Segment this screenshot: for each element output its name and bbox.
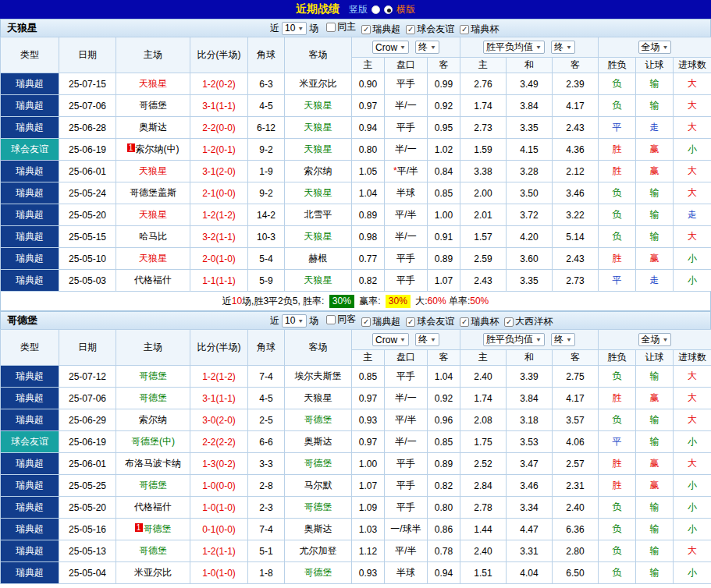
bookmaker-select[interactable]: Crow▼ [372,41,409,54]
filter-option[interactable]: ✓瑞典超 [361,315,400,328]
away-team-cell[interactable]: 米亚尔比 [285,73,352,95]
home-team-cell[interactable]: 米亚尔比 [116,562,190,584]
away-team-name[interactable]: 天狼星 [304,143,332,154]
horizontal-layout-radio[interactable] [384,5,393,14]
home-team-cell[interactable]: 哥德堡 [116,475,190,497]
home-team-name[interactable]: 代格福什 [134,501,172,512]
checkbox-checked-icon[interactable]: ✓ [406,25,415,34]
filter-option[interactable]: ✓球会友谊 [406,23,454,36]
checkbox-unchecked-icon[interactable] [326,23,336,32]
avg-final-select[interactable]: 终▼ [551,333,575,346]
away-team-name[interactable]: 马尔默 [304,480,332,491]
away-team-name[interactable]: 天狼星 [304,392,332,403]
odds-final-select[interactable]: 终▼ [415,333,439,346]
avg-select[interactable]: 胜平负均值▼ [483,333,545,346]
home-team-name[interactable]: 哥德堡(中) [131,436,175,447]
away-team-cell[interactable]: 天狼星 [285,388,352,409]
away-team-cell[interactable]: 哥德堡 [285,562,352,584]
home-team-name[interactable]: 奥斯达 [139,122,167,133]
away-team-cell[interactable]: 哥德堡 [285,453,352,475]
away-team-name[interactable]: 奥斯达 [304,436,332,447]
home-team-cell[interactable]: 哥德堡 [116,366,190,388]
home-team-name[interactable]: 哥德堡 [139,545,167,556]
checkbox-unchecked-icon[interactable] [326,315,336,324]
away-team-name[interactable]: 哥德堡 [304,414,332,425]
vertical-layout-label[interactable]: 竖版 [349,3,368,16]
home-team-cell[interactable]: 哥德堡 [116,388,190,409]
avg-select[interactable]: 胜平负均值▼ [483,41,545,54]
away-team-cell[interactable]: 天狼星 [285,95,352,117]
vertical-layout-radio[interactable] [371,5,380,14]
away-team-name[interactable]: 奥斯达 [304,523,332,534]
away-team-name[interactable]: 天狼星 [304,100,332,111]
away-team-name[interactable]: 索尔纳 [304,165,332,176]
home-team-cell[interactable]: 天狼星 [116,161,190,182]
away-team-cell[interactable]: 奥斯达 [285,519,352,540]
home-team-name[interactable]: 天狼星 [139,253,167,264]
scope-select[interactable]: 全场▼ [638,41,672,54]
away-team-cell[interactable]: 奥斯达 [285,431,352,453]
scope-select[interactable]: 全场▼ [638,333,672,346]
home-team-name[interactable]: 索尔纳 [139,414,167,425]
checkbox-checked-icon[interactable]: ✓ [504,317,514,327]
checkbox-checked-icon[interactable]: ✓ [460,25,469,34]
bookmaker-select[interactable]: Crow▼ [372,333,409,346]
home-team-name[interactable]: 布洛马波卡纳 [125,458,181,469]
home-team-cell[interactable]: 哥德堡盖斯 [116,182,190,204]
away-team-name[interactable]: 天狼星 [304,231,332,242]
home-team-name[interactable]: 哥德堡 [139,100,167,111]
home-team-cell[interactable]: 索尔纳 [116,409,190,431]
home-team-cell[interactable]: 1哥德堡 [116,519,190,540]
home-team-name[interactable]: 哥德堡 [139,480,167,491]
home-team-cell[interactable]: 奥斯达 [116,117,190,139]
home-team-cell[interactable]: 哥德堡 [116,540,190,562]
away-team-name[interactable]: 哥德堡 [304,501,332,512]
home-team-cell[interactable]: 1索尔纳(中) [116,139,190,161]
filter-option[interactable]: 同客 [326,313,356,326]
checkbox-checked-icon[interactable]: ✓ [361,25,371,34]
home-team-name[interactable]: 天狼星 [139,165,167,176]
odds-final-select[interactable]: 终▼ [415,41,439,54]
filter-option[interactable]: ✓瑞典超 [361,23,400,36]
away-team-name[interactable]: 北雪平 [304,209,332,220]
home-team-name[interactable]: 哈马比 [139,231,167,242]
filter-option[interactable]: 同主 [326,20,356,34]
away-team-cell[interactable]: 尤尔加登 [285,540,352,562]
away-team-cell[interactable]: 马尔默 [285,475,352,497]
away-team-name[interactable]: 赫根 [309,253,328,264]
away-team-cell[interactable]: 哥德堡 [285,497,352,519]
home-team-name[interactable]: 哥德堡 [144,523,172,534]
horizontal-layout-label[interactable]: 横版 [396,3,415,16]
away-team-cell[interactable]: 天狼星 [285,270,352,292]
away-team-cell[interactable]: 哥德堡 [285,409,352,431]
home-team-cell[interactable]: 哈马比 [116,226,190,248]
away-team-name[interactable]: 天狼星 [304,122,332,133]
away-team-name[interactable]: 天狼星 [304,187,332,198]
away-team-cell[interactable]: 天狼星 [285,117,352,139]
home-team-name[interactable]: 天狼星 [139,78,167,89]
home-team-name[interactable]: 哥德堡 [139,392,167,403]
away-team-cell[interactable]: 北雪平 [285,204,352,226]
home-team-name[interactable]: 索尔纳(中) [136,143,180,154]
away-team-name[interactable]: 埃尔夫斯堡 [295,370,342,381]
match-count-select[interactable]: 10▼ [282,22,307,35]
checkbox-checked-icon[interactable]: ✓ [406,317,415,327]
away-team-cell[interactable]: 天狼星 [285,182,352,204]
filter-option[interactable]: ✓大西洋杯 [504,315,553,328]
home-team-cell[interactable]: 哥德堡 [116,95,190,117]
home-team-cell[interactable]: 天狼星 [116,73,190,95]
away-team-cell[interactable]: 天狼星 [285,139,352,161]
home-team-cell[interactable]: 哥德堡(中) [116,431,190,453]
filter-option[interactable]: ✓瑞典杯 [460,23,499,36]
home-team-cell[interactable]: 天狼星 [116,204,190,226]
filter-option[interactable]: ✓瑞典杯 [460,315,499,328]
checkbox-checked-icon[interactable]: ✓ [460,317,469,327]
away-team-cell[interactable]: 埃尔夫斯堡 [285,366,352,388]
away-team-name[interactable]: 哥德堡 [304,458,332,469]
home-team-name[interactable]: 哥德堡 [139,370,167,381]
home-team-cell[interactable]: 天狼星 [116,248,190,270]
home-team-name[interactable]: 代格福什 [134,275,172,285]
filter-option[interactable]: ✓球会友谊 [406,315,454,328]
home-team-name[interactable]: 米亚尔比 [134,567,172,578]
away-team-cell[interactable]: 索尔纳 [285,161,352,182]
